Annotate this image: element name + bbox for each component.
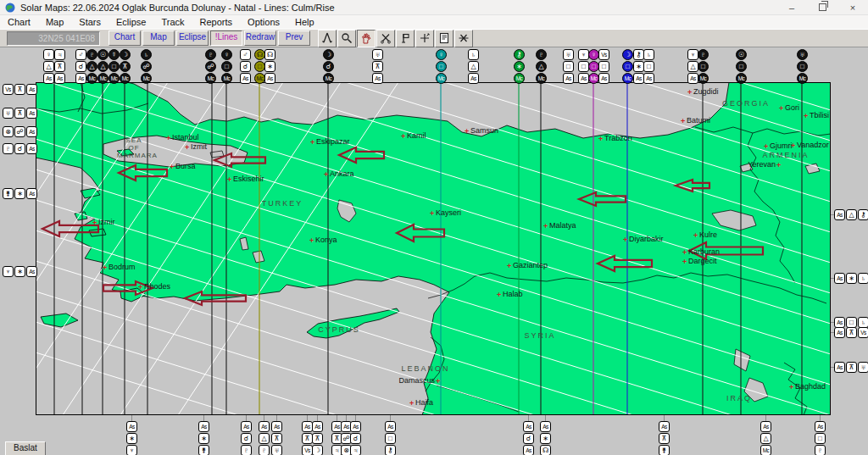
glyph-symbol: ☌ xyxy=(240,61,251,72)
glyph-symbol: ♃ xyxy=(350,445,361,455)
toolbar-button-lines[interactable]: !Lines xyxy=(210,31,242,46)
city-label: +Baghdad xyxy=(789,382,826,391)
city-label: +Izmit xyxy=(185,142,207,152)
svg-text:+: + xyxy=(507,262,511,270)
glyph-symbol: ☍ xyxy=(141,61,152,72)
toolbar-button-redraw[interactable]: Redraw xyxy=(244,31,276,46)
menu-item-map[interactable]: Map xyxy=(38,16,71,28)
line-marker-stack: ⚵∗As xyxy=(3,188,37,199)
svg-text:Malatya: Malatya xyxy=(549,221,576,230)
toolbar-button-prev[interactable]: Prev xyxy=(278,31,310,46)
line-marker-stack: ♀□Mc xyxy=(436,49,447,84)
glyph-symbol: ♂ xyxy=(75,49,86,60)
line-marker-stack: Vs□As xyxy=(598,49,609,84)
city-label: +Kulre xyxy=(693,230,717,240)
glyph-symbol: ♆ xyxy=(126,445,137,455)
toolbar-button-map[interactable]: Map xyxy=(142,31,175,46)
menu-item-stars[interactable]: Stars xyxy=(71,16,108,28)
line-marker-stack: ♀□Mc xyxy=(221,49,232,84)
svg-text:Haifa: Haifa xyxy=(415,398,433,407)
glyph-symbol: ☉ xyxy=(97,49,108,60)
pan-hand-icon[interactable] xyxy=(357,30,376,47)
pushpin-icon[interactable] xyxy=(396,30,415,47)
glyph-symbol: ☍ xyxy=(14,126,25,137)
line-marker-stack: As⊼Vs xyxy=(834,327,868,338)
crosshair-icon[interactable] xyxy=(415,30,434,47)
line-marker-stack: As□⚷ xyxy=(385,421,396,455)
menu-item-eclipse[interactable]: Eclipse xyxy=(108,16,153,28)
glyph-mc: Mc xyxy=(436,73,447,84)
minimize-button[interactable]: – xyxy=(776,0,807,14)
magnifier-icon[interactable] xyxy=(337,30,356,47)
glyph-symbol: ♄ xyxy=(643,49,654,60)
line-marker-stack: ♂☌As xyxy=(240,49,251,84)
glyph-symbol: ♀ xyxy=(43,49,54,60)
toolbar-button-eclipse[interactable]: Eclipse xyxy=(176,31,209,46)
line-marker-stack: As∗♆ xyxy=(126,421,137,455)
scissors-icon[interactable] xyxy=(376,30,395,47)
glyph-symbol: ⚵ xyxy=(659,445,670,455)
glyph-as: As xyxy=(350,421,361,432)
line-marker-stack: ♇□Mc xyxy=(698,49,709,84)
menu-item-reports[interactable]: Reports xyxy=(192,16,241,28)
close-button[interactable]: × xyxy=(837,0,868,14)
menu-item-chart[interactable]: Chart xyxy=(0,16,38,28)
glyph-symbol: ∗ xyxy=(540,433,551,444)
menu-item-track[interactable]: Track xyxy=(153,16,192,28)
marker-connector xyxy=(337,415,337,421)
svg-text:Gori: Gori xyxy=(785,103,799,112)
line-marker-stack: ♅⊼As xyxy=(3,108,37,119)
marker-connector xyxy=(276,415,277,421)
city-label: +Bursa xyxy=(170,162,196,171)
glyph-as: As xyxy=(271,421,282,432)
solar-maps-window: { "window": { "title": "Solar Maps: 22.0… xyxy=(0,0,868,455)
svg-text:+: + xyxy=(789,383,793,391)
line-marker-stack: Vs⊼As xyxy=(3,84,37,95)
menu-item-help[interactable]: Help xyxy=(287,16,322,28)
glyph-mc: Mc xyxy=(622,73,633,84)
svg-text:Samsun: Samsun xyxy=(470,126,498,135)
line-marker-stack: As△♇ xyxy=(259,421,270,455)
glyph-symbol: ⊼ xyxy=(14,108,25,119)
line-marker-stack: As⊼♅ xyxy=(271,421,282,455)
glyph-as: As xyxy=(43,73,54,84)
map-svg[interactable]: +Istanbul+Izmit+Bursa+Eskisehir+Izmir+Bo… xyxy=(36,82,831,415)
glyph-as: As xyxy=(54,73,65,84)
city-label: +Batumi xyxy=(681,116,710,125)
glyph-symbol: ☍ xyxy=(205,61,216,72)
glyph-symbol: △ xyxy=(259,433,270,444)
toolbar-button-chart[interactable]: Chart xyxy=(108,31,141,46)
glyph-symbol: ⚷ xyxy=(385,445,396,455)
compass-icon[interactable] xyxy=(318,30,337,47)
menu-item-options[interactable]: Options xyxy=(240,16,287,28)
line-marker-stack: ♆∗As xyxy=(3,266,37,277)
glyph-symbol: ⚵ xyxy=(3,188,14,199)
asterisk-icon[interactable] xyxy=(454,30,473,47)
map-canvas[interactable]: +Istanbul+Izmit+Bursa+Eskisehir+Izmir+Bo… xyxy=(36,82,831,415)
glyph-symbol: △ xyxy=(86,61,97,72)
glyph-symbol: ♅ xyxy=(372,49,383,60)
start-button[interactable]: Baslat xyxy=(5,441,46,455)
glyph-as: As xyxy=(312,421,323,432)
glyph-symbol: □ xyxy=(736,61,747,72)
restore-button[interactable] xyxy=(807,0,837,14)
svg-text:+: + xyxy=(543,222,548,230)
glyph-symbol: ♅ xyxy=(797,49,808,60)
glyph-symbol: ∗ xyxy=(846,273,857,284)
glyph-symbol: ♆ xyxy=(3,266,14,277)
city-label: +Karburan xyxy=(682,247,720,257)
glyph-symbol: ∗ xyxy=(14,188,25,199)
glyph-symbol: ⊼ xyxy=(14,84,25,95)
svg-text:+: + xyxy=(103,264,107,272)
glyph-mc: Mc xyxy=(141,73,152,84)
svg-text:Ankara: Ankara xyxy=(330,169,354,178)
report-icon[interactable] xyxy=(435,30,453,47)
line-marker-stack: ☉△Mc xyxy=(97,49,108,84)
city-label: +Halab xyxy=(497,290,523,299)
svg-text:Kamil: Kamil xyxy=(407,131,426,140)
city-label: +Kamil xyxy=(401,131,426,141)
line-marker-stack: As∗☊ xyxy=(540,421,551,455)
line-marker-stack: As⊼☽ xyxy=(312,421,323,455)
glyph-as: As xyxy=(26,188,37,199)
svg-text:Kulre: Kulre xyxy=(699,230,717,239)
